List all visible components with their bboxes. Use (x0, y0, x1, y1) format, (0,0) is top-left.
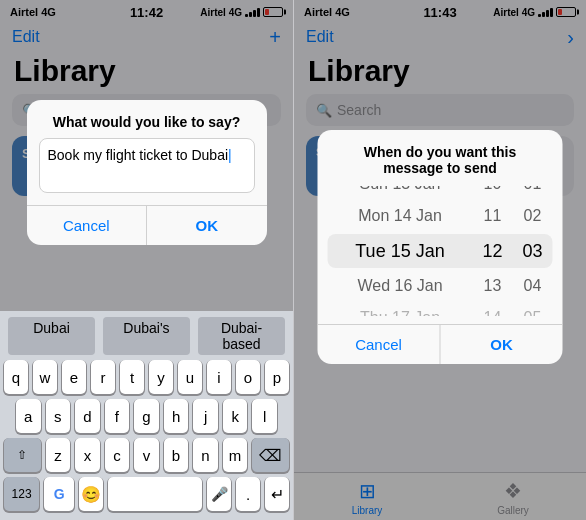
picker-hour-2: 12 (473, 234, 513, 268)
key-delete[interactable]: ⌫ (252, 438, 289, 472)
picker-day-col: Sun 13 Jan Mon 14 Jan Tue 15 Jan Wed 16 … (328, 186, 473, 316)
picker-hour-col: 10 11 12 13 14 (473, 186, 513, 316)
key-v[interactable]: v (134, 438, 159, 472)
left-dialog-buttons: Cancel OK (27, 205, 267, 245)
picker-hour-1: 11 (473, 202, 513, 230)
key-j[interactable]: j (193, 399, 218, 433)
picker-day-1: Mon 14 Jan (328, 202, 473, 230)
key-shift[interactable]: ⇧ (4, 438, 41, 472)
left-dialog: What would you like to say? Book my flig… (27, 100, 267, 245)
picker-day-3: Wed 16 Jan (328, 272, 473, 300)
key-space[interactable] (108, 477, 202, 511)
key-r[interactable]: r (91, 360, 115, 394)
suggestion-3[interactable]: Dubai-based (198, 317, 285, 355)
key-n[interactable]: n (193, 438, 218, 472)
left-dialog-cancel[interactable]: Cancel (27, 206, 147, 245)
picker-min-1: 02 (513, 202, 553, 230)
key-emoji[interactable]: 😊 (79, 477, 103, 511)
key-y[interactable]: y (149, 360, 173, 394)
picker-min-4: 05 (513, 304, 553, 316)
picker-container[interactable]: Sun 13 Jan Mon 14 Jan Tue 15 Jan Wed 16 … (318, 186, 563, 316)
left-dialog-ok[interactable]: OK (147, 206, 267, 245)
key-x[interactable]: x (75, 438, 100, 472)
key-g[interactable]: g (134, 399, 159, 433)
key-row-2: a s d f g h j k l (4, 399, 289, 433)
key-b[interactable]: b (164, 438, 189, 472)
key-u[interactable]: u (178, 360, 202, 394)
date-picker-dialog: When do you want this message to send Su… (318, 130, 563, 364)
picker-min-0: 01 (513, 186, 553, 198)
date-dialog-ok[interactable]: OK (441, 325, 563, 364)
key-period[interactable]: . (236, 477, 260, 511)
keyboard-suggestions: Dubai Dubai's Dubai-based (4, 317, 289, 360)
date-dialog-buttons: Cancel OK (318, 324, 563, 364)
key-numbers[interactable]: 123 (4, 477, 39, 511)
picker-hour-4: 14 (473, 304, 513, 316)
left-keyboard[interactable]: Dubai Dubai's Dubai-based q w e r t y u … (0, 311, 293, 520)
date-dialog-cancel[interactable]: Cancel (318, 325, 440, 364)
key-m[interactable]: m (223, 438, 248, 472)
picker-min-3: 04 (513, 272, 553, 300)
picker-day-0: Sun 13 Jan (328, 186, 473, 198)
key-mic[interactable]: 🎤 (207, 477, 231, 511)
key-row-1: q w e r t y u i o p (4, 360, 289, 394)
key-h[interactable]: h (164, 399, 189, 433)
suggestion-1[interactable]: Dubai (8, 317, 95, 355)
key-s[interactable]: s (46, 399, 71, 433)
key-l[interactable]: l (252, 399, 277, 433)
key-a[interactable]: a (16, 399, 41, 433)
suggestion-2[interactable]: Dubai's (103, 317, 190, 355)
key-row-4: 123 G 😊 🎤 . ↵ (4, 477, 289, 511)
key-o[interactable]: o (236, 360, 260, 394)
key-row-3: ⇧ z x c v b n m ⌫ (4, 438, 289, 472)
picker-min-2: 03 (513, 234, 553, 268)
picker-hour-0: 10 (473, 186, 513, 198)
key-e[interactable]: e (62, 360, 86, 394)
key-google[interactable]: G (44, 477, 74, 511)
left-phone-panel: Airtel 4G 11:42 Airtel 4G Edit + Library… (0, 0, 293, 520)
right-phone-panel: Airtel 4G 11:43 Airtel 4G Edit › Library… (293, 0, 586, 520)
key-t[interactable]: t (120, 360, 144, 394)
picker-day-2: Tue 15 Jan (328, 234, 473, 268)
date-dialog-title: When do you want this message to send (318, 130, 563, 186)
key-w[interactable]: w (33, 360, 57, 394)
key-i[interactable]: i (207, 360, 231, 394)
key-z[interactable]: z (46, 438, 71, 472)
key-c[interactable]: c (105, 438, 130, 472)
key-k[interactable]: k (223, 399, 248, 433)
left-dialog-input[interactable]: Book my flight ticket to Dubai (39, 138, 255, 193)
picker-minute-col: 01 02 03 04 05 (513, 186, 553, 316)
key-enter[interactable]: ↵ (265, 477, 289, 511)
key-f[interactable]: f (105, 399, 130, 433)
left-dialog-title: What would you like to say? (27, 100, 267, 138)
key-p[interactable]: p (265, 360, 289, 394)
picker-hour-3: 13 (473, 272, 513, 300)
key-q[interactable]: q (4, 360, 28, 394)
key-d[interactable]: d (75, 399, 100, 433)
picker-day-4: Thu 17 Jan (328, 304, 473, 316)
